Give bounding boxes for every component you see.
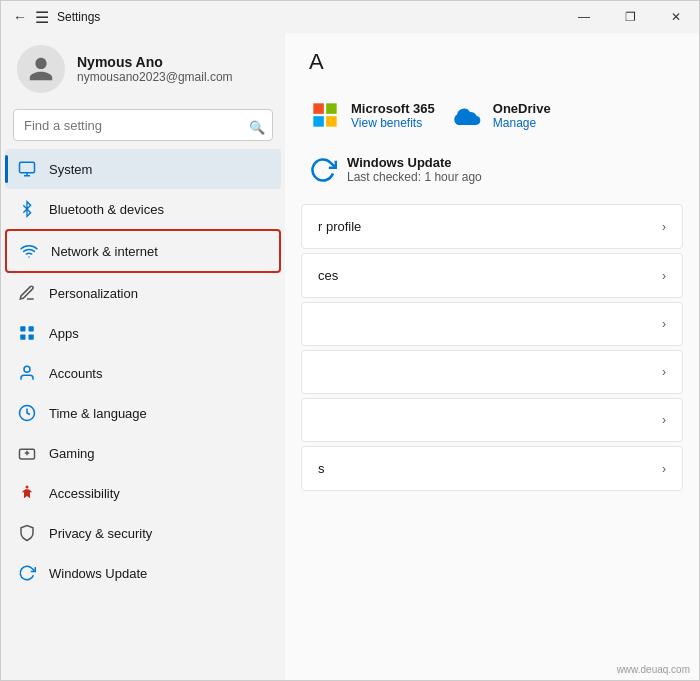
row2-chevron: › xyxy=(662,269,666,283)
sidebar-label-windowsupdate: Windows Update xyxy=(49,566,147,581)
svg-point-8 xyxy=(26,486,29,489)
sidebar-item-system[interactable]: System xyxy=(5,149,281,189)
svg-point-5 xyxy=(24,366,30,372)
row6-left: s xyxy=(318,461,325,476)
main-panel: A Micros xyxy=(285,33,699,680)
sidebar-label-privacy: Privacy & security xyxy=(49,526,152,541)
titlebar: ← ☰ Settings — ❐ ✕ xyxy=(1,1,699,33)
windows-update-text: Windows Update Last checked: 1 hour ago xyxy=(347,155,482,184)
row5-chevron: › xyxy=(662,413,666,427)
svg-rect-10 xyxy=(326,103,337,114)
maximize-button[interactable]: ❐ xyxy=(607,1,653,33)
network-icon xyxy=(19,241,39,261)
time-icon xyxy=(17,403,37,423)
windows-update-title: Windows Update xyxy=(347,155,482,170)
accessibility-icon xyxy=(17,483,37,503)
windows-update-sub: Last checked: 1 hour ago xyxy=(347,170,482,184)
svg-rect-3 xyxy=(20,335,25,340)
ms365-title: Microsoft 365 xyxy=(351,101,435,116)
svg-rect-12 xyxy=(326,116,337,127)
sidebar-item-network[interactable]: Network & internet xyxy=(5,229,281,273)
accounts-icon xyxy=(17,363,37,383)
window-content: Nymous Ano nymousano2023@gmail.com 🔍 Sys… xyxy=(1,33,699,680)
onedrive-text: OneDrive Manage xyxy=(493,101,551,130)
sidebar-label-time: Time & language xyxy=(49,406,147,421)
row1-title: r profile xyxy=(318,219,361,234)
settings-row-4[interactable]: › xyxy=(301,350,683,394)
main-top: A Micros xyxy=(285,33,699,204)
svg-rect-2 xyxy=(29,326,34,331)
row4-chevron: › xyxy=(662,365,666,379)
settings-rows: r profile › ces › › xyxy=(285,204,699,511)
sidebar-item-time[interactable]: Time & language xyxy=(5,393,281,433)
search-icon[interactable]: 🔍 xyxy=(249,120,265,135)
sidebar-item-apps[interactable]: Apps xyxy=(5,313,281,353)
onedrive-title: OneDrive xyxy=(493,101,551,116)
onedrive-icon xyxy=(451,99,483,131)
settings-row-6[interactable]: s › xyxy=(301,446,683,491)
sidebar-label-accounts: Accounts xyxy=(49,366,102,381)
settings-row-1[interactable]: r profile › xyxy=(301,204,683,249)
search-input[interactable] xyxy=(13,109,273,141)
svg-rect-9 xyxy=(313,103,324,114)
sidebar-label-system: System xyxy=(49,162,92,177)
sidebar-label-apps: Apps xyxy=(49,326,79,341)
onedrive-sub[interactable]: Manage xyxy=(493,116,551,130)
sidebar-label-network: Network & internet xyxy=(51,244,158,259)
settings-row-2[interactable]: ces › xyxy=(301,253,683,298)
bluetooth-icon xyxy=(17,199,37,219)
back-button[interactable]: ← xyxy=(13,9,27,25)
user-name: Nymous Ano xyxy=(77,54,233,70)
svg-rect-11 xyxy=(313,116,324,127)
minimize-button[interactable]: — xyxy=(561,1,607,33)
sidebar-item-personalization[interactable]: Personalization xyxy=(5,273,281,313)
ms365-sub[interactable]: View benefits xyxy=(351,116,435,130)
row6-chevron: › xyxy=(662,462,666,476)
sidebar-item-gaming[interactable]: Gaming xyxy=(5,433,281,473)
ms365-icon xyxy=(309,99,341,131)
apps-icon xyxy=(17,323,37,343)
row3-chevron: › xyxy=(662,317,666,331)
sidebar-item-windowsupdate[interactable]: Windows Update xyxy=(5,553,281,593)
search-container: 🔍 xyxy=(1,105,285,149)
user-email: nymousano2023@gmail.com xyxy=(77,70,233,84)
user-profile[interactable]: Nymous Ano nymousano2023@gmail.com xyxy=(1,33,285,105)
page-heading: A xyxy=(309,49,675,75)
sidebar-item-privacy[interactable]: Privacy & security xyxy=(5,513,281,553)
hamburger-button[interactable]: ☰ xyxy=(35,8,49,27)
svg-rect-0 xyxy=(20,162,35,173)
ms365-text: Microsoft 365 View benefits xyxy=(351,101,435,130)
avatar xyxy=(17,45,65,93)
row6-title: s xyxy=(318,461,325,476)
settings-window: ← ☰ Settings — ❐ ✕ Nymous Ano nymousano xyxy=(0,0,700,681)
watermark: www.deuaq.com xyxy=(617,664,690,675)
personalization-icon xyxy=(17,283,37,303)
sidebar-label-bluetooth: Bluetooth & devices xyxy=(49,202,164,217)
windows-update-icon xyxy=(17,563,37,583)
user-info: Nymous Ano nymousano2023@gmail.com xyxy=(77,54,233,84)
close-button[interactable]: ✕ xyxy=(653,1,699,33)
onedrive-card[interactable]: OneDrive Manage xyxy=(451,91,551,139)
settings-row-5[interactable]: › xyxy=(301,398,683,442)
svg-rect-1 xyxy=(20,326,25,331)
update-card-icon xyxy=(309,156,337,184)
privacy-icon xyxy=(17,523,37,543)
sidebar-item-accounts[interactable]: Accounts xyxy=(5,353,281,393)
sidebar-item-accessibility[interactable]: Accessibility xyxy=(5,473,281,513)
windows-update-card[interactable]: Windows Update Last checked: 1 hour ago xyxy=(309,147,675,192)
row2-left: ces xyxy=(318,268,338,283)
sidebar-item-bluetooth[interactable]: Bluetooth & devices xyxy=(5,189,281,229)
titlebar-left: ← ☰ Settings xyxy=(13,8,100,27)
gaming-icon xyxy=(17,443,37,463)
window-controls: — ❐ ✕ xyxy=(561,1,699,33)
sidebar-label-accessibility: Accessibility xyxy=(49,486,120,501)
sidebar-label-gaming: Gaming xyxy=(49,446,95,461)
system-icon xyxy=(17,159,37,179)
settings-row-3[interactable]: › xyxy=(301,302,683,346)
ms365-card[interactable]: Microsoft 365 View benefits xyxy=(309,91,435,139)
svg-rect-4 xyxy=(29,335,34,340)
row1-left: r profile xyxy=(318,219,361,234)
sidebar-label-personalization: Personalization xyxy=(49,286,138,301)
row2-title: ces xyxy=(318,268,338,283)
window-title: Settings xyxy=(57,10,100,24)
